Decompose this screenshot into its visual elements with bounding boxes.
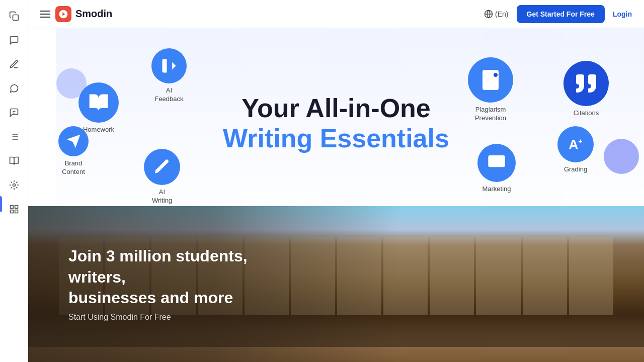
sidebar-item-grid[interactable] xyxy=(4,199,24,219)
photo-section: Join 3 million students, writers,busines… xyxy=(28,206,644,362)
float-icon-citations[interactable]: Citations xyxy=(564,61,609,118)
sidebar-item-list[interactable] xyxy=(4,127,24,147)
sidebar-item-message[interactable] xyxy=(4,78,24,99)
svg-rect-12 xyxy=(10,210,13,213)
sidebar-item-ai[interactable] xyxy=(4,175,24,195)
get-started-button[interactable]: Get Started For Free xyxy=(517,5,605,23)
float-icon-ai-feedback[interactable]: AIFeedback xyxy=(151,48,187,104)
svg-point-9 xyxy=(13,184,15,187)
logo-text: Smodin xyxy=(75,8,112,20)
language-label: (En) xyxy=(495,10,508,18)
citations-label: Citations xyxy=(574,109,599,118)
photo-headline: Join 3 million students, writers,busines… xyxy=(68,246,295,309)
sidebar-item-book[interactable] xyxy=(4,151,24,171)
svg-rect-19 xyxy=(488,155,505,167)
svg-rect-0 xyxy=(13,15,18,21)
grading-label: Grading xyxy=(564,165,587,174)
header-left: Smodin xyxy=(40,6,112,22)
logo-icon xyxy=(55,6,71,22)
language-selector[interactable]: (En) xyxy=(484,10,508,19)
brand-content-label: BrandContent xyxy=(62,159,85,176)
sidebar-accent xyxy=(0,196,2,212)
ai-feedback-label: AIFeedback xyxy=(154,86,183,104)
header-right: (En) Get Started For Free Login xyxy=(484,5,632,23)
sidebar xyxy=(0,0,28,362)
sidebar-item-copy[interactable] xyxy=(4,6,24,26)
hero-section: Your All-in-One Writing Essentials Homew… xyxy=(28,28,644,362)
logo: Smodin xyxy=(55,6,112,22)
sidebar-item-bubble[interactable] xyxy=(4,103,24,123)
floating-icons-container: Homework AIFeedback BrandContent xyxy=(28,28,644,224)
sidebar-item-chat[interactable] xyxy=(4,30,24,50)
svg-rect-17 xyxy=(482,70,499,90)
marketing-label: Marketing xyxy=(482,185,511,194)
svg-rect-11 xyxy=(15,206,18,209)
photo-text: Join 3 million students, writers,busines… xyxy=(68,246,295,322)
ai-writing-label: AIWriting xyxy=(152,188,172,205)
login-button[interactable]: Login xyxy=(613,10,632,18)
float-icon-ai-writing[interactable]: AIWriting xyxy=(144,149,180,205)
photo-headline-text: Join 3 million students, writers,busines… xyxy=(68,247,248,307)
float-icon-grading[interactable]: A+ Grading xyxy=(557,126,594,174)
header: Smodin (En) Get Started For Free Login xyxy=(28,0,644,28)
hamburger-menu[interactable] xyxy=(40,11,50,18)
float-icon-marketing[interactable]: Marketing xyxy=(477,144,516,194)
svg-rect-10 xyxy=(10,206,13,209)
sidebar-item-edit[interactable] xyxy=(4,54,24,74)
float-icon-brand-content[interactable]: BrandContent xyxy=(58,126,89,176)
svg-point-18 xyxy=(494,73,498,77)
svg-rect-13 xyxy=(15,210,18,213)
main-content: Smodin (En) Get Started For Free Login Y… xyxy=(28,0,644,362)
photo-sub: Start Using Smodin For Free xyxy=(68,313,295,322)
float-icon-plagiarism[interactable]: PlagiarismPrevention xyxy=(468,57,513,123)
plagiarism-label: PlagiarismPrevention xyxy=(475,106,506,123)
